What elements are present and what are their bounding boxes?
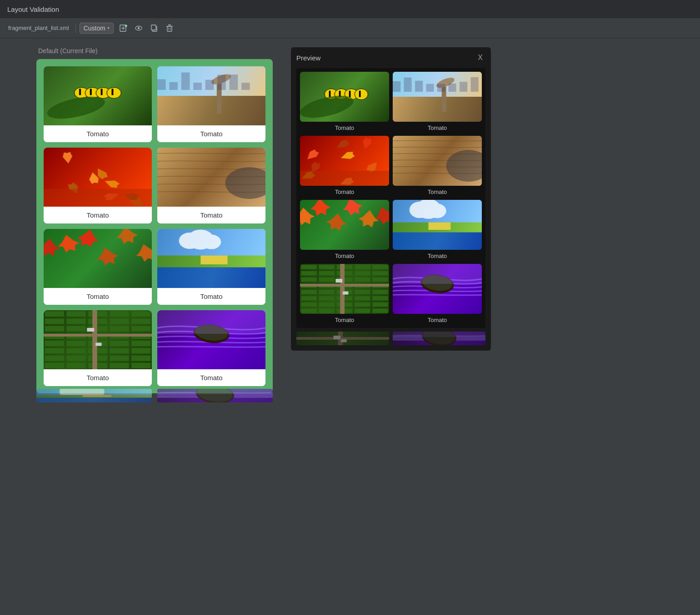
plant-card: Tomato bbox=[157, 66, 265, 142]
card-image-wrapper bbox=[157, 310, 265, 369]
card-label: Tomato bbox=[335, 314, 355, 324]
preview-panel: Preview X TomatoTomatoTomatoTomatoTomato… bbox=[291, 47, 491, 351]
file-name: fragment_plant_list.xml bbox=[5, 24, 72, 32]
card-image-canvas bbox=[44, 310, 152, 369]
close-preview-button[interactable]: X bbox=[475, 53, 485, 63]
card-image-canvas bbox=[157, 229, 265, 288]
card-image-wrapper bbox=[393, 200, 482, 250]
custom-dropdown[interactable]: Custom ▾ bbox=[80, 23, 114, 34]
card-image-canvas bbox=[393, 264, 482, 314]
card-image-wrapper bbox=[157, 66, 265, 125]
card-image-canvas bbox=[300, 136, 389, 186]
card-image-wrapper bbox=[44, 310, 152, 369]
card-image-wrapper bbox=[300, 136, 389, 186]
card-image-canvas bbox=[393, 72, 482, 122]
preview-peek-card bbox=[296, 332, 389, 345]
default-panel-title: Default (Current File) bbox=[36, 47, 273, 55]
card-image-wrapper bbox=[157, 229, 265, 288]
card-label: Tomato bbox=[428, 122, 447, 132]
svg-rect-9 bbox=[151, 25, 156, 30]
left-gutter bbox=[14, 47, 18, 606]
card-image-canvas bbox=[44, 229, 152, 288]
card-image-wrapper bbox=[44, 229, 152, 288]
plant-card: Tomato bbox=[300, 264, 389, 324]
card-label: Tomato bbox=[157, 369, 265, 386]
card-image-wrapper bbox=[300, 72, 389, 122]
card-image-wrapper bbox=[300, 200, 389, 250]
title-bar: Layout Validation bbox=[0, 0, 700, 18]
bottom-peek bbox=[36, 389, 273, 402]
card-image-canvas bbox=[393, 200, 482, 250]
card-image-canvas bbox=[157, 310, 265, 369]
card-label: Tomato bbox=[44, 207, 152, 223]
card-label: Tomato bbox=[44, 369, 152, 386]
card-image-canvas bbox=[157, 66, 265, 125]
preview-header: Preview X bbox=[296, 53, 485, 63]
card-label: Tomato bbox=[157, 207, 265, 223]
svg-rect-10 bbox=[167, 26, 172, 31]
card-image-canvas bbox=[300, 72, 389, 122]
card-label: Tomato bbox=[157, 288, 265, 305]
card-label: Tomato bbox=[428, 250, 447, 260]
peek-card bbox=[157, 389, 273, 402]
delete-button[interactable] bbox=[164, 22, 175, 34]
preview-grid: TomatoTomatoTomatoTomatoTomatoTomatoToma… bbox=[296, 68, 485, 328]
toolbar: fragment_plant_list.xml Custom ▾ bbox=[0, 18, 700, 38]
card-label: Tomato bbox=[157, 125, 265, 142]
card-image-canvas bbox=[300, 264, 389, 314]
preview-bottom-peek bbox=[296, 332, 485, 345]
card-label: Tomato bbox=[335, 122, 355, 132]
card-image-wrapper bbox=[44, 148, 152, 207]
dropdown-label: Custom bbox=[84, 25, 105, 32]
card-label: Tomato bbox=[44, 288, 152, 305]
peek-card bbox=[36, 389, 152, 402]
card-image-canvas bbox=[44, 66, 152, 125]
plant-card: Tomato bbox=[44, 229, 152, 305]
card-label: Tomato bbox=[335, 250, 355, 260]
card-image-wrapper bbox=[393, 72, 482, 122]
plant-card: Tomato bbox=[44, 148, 152, 223]
card-label: Tomato bbox=[428, 186, 447, 196]
toolbar-divider bbox=[75, 23, 76, 33]
card-label: Tomato bbox=[428, 314, 447, 324]
card-image-wrapper bbox=[300, 264, 389, 314]
plant-card: Tomato bbox=[300, 72, 389, 132]
plant-card: Tomato bbox=[393, 136, 482, 196]
card-label: Tomato bbox=[44, 125, 152, 142]
default-grid: TomatoTomatoTomatoTomatoTomatoTomatoToma… bbox=[36, 59, 273, 393]
main-content: Default (Current File) TomatoTomatoTomat… bbox=[0, 38, 700, 615]
left-panel: Default (Current File) TomatoTomatoTomat… bbox=[36, 47, 273, 606]
preview-panel-title: Preview bbox=[296, 54, 320, 62]
plant-card: Tomato bbox=[157, 148, 265, 223]
card-image-wrapper bbox=[393, 136, 482, 186]
card-image-canvas bbox=[393, 136, 482, 186]
card-image-wrapper bbox=[44, 66, 152, 125]
card-image-canvas bbox=[300, 200, 389, 250]
add-layout-button[interactable] bbox=[117, 22, 129, 34]
card-image-wrapper bbox=[157, 148, 265, 207]
plant-card: Tomato bbox=[157, 310, 265, 386]
eye-icon bbox=[135, 24, 143, 32]
delete-icon bbox=[165, 24, 174, 32]
copy-icon bbox=[150, 24, 158, 32]
plant-card: Tomato bbox=[157, 229, 265, 305]
preview-peek-card bbox=[393, 332, 485, 345]
plant-card: Tomato bbox=[393, 264, 482, 324]
plant-card: Tomato bbox=[300, 136, 389, 196]
plant-card: Tomato bbox=[300, 200, 389, 260]
plant-card: Tomato bbox=[393, 72, 482, 132]
app-title: Layout Validation bbox=[7, 5, 59, 13]
card-label: Tomato bbox=[335, 186, 355, 196]
plant-card: Tomato bbox=[44, 66, 152, 142]
card-image-wrapper bbox=[393, 264, 482, 314]
copy-button[interactable] bbox=[148, 22, 160, 34]
preview-button[interactable] bbox=[133, 22, 145, 34]
chevron-down-icon: ▾ bbox=[107, 25, 110, 30]
add-layout-icon bbox=[119, 24, 127, 32]
svg-point-7 bbox=[138, 27, 140, 29]
plant-card: Tomato bbox=[44, 310, 152, 386]
card-image-canvas bbox=[157, 148, 265, 207]
card-image-canvas bbox=[44, 148, 152, 207]
plant-card: Tomato bbox=[393, 200, 482, 260]
